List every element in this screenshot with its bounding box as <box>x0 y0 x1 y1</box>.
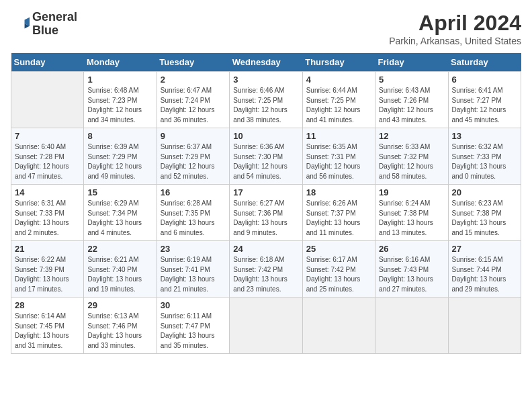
day-number: 17 <box>233 187 298 197</box>
day-number: 26 <box>379 244 444 254</box>
calendar-day-cell <box>448 298 521 354</box>
calendar-day-cell: 24Sunrise: 6:18 AM Sunset: 7:42 PM Dayli… <box>230 241 302 298</box>
day-info: Sunrise: 6:36 AM Sunset: 7:30 PM Dayligh… <box>233 142 298 181</box>
day-number: 16 <box>161 187 226 197</box>
logo-line2: Blue <box>32 24 77 38</box>
day-info: Sunrise: 6:24 AM Sunset: 7:38 PM Dayligh… <box>379 199 444 238</box>
day-number: 25 <box>306 244 371 254</box>
day-number: 7 <box>15 131 80 141</box>
day-info: Sunrise: 6:44 AM Sunset: 7:25 PM Dayligh… <box>306 86 371 125</box>
calendar-day-cell: 2Sunrise: 6:47 AM Sunset: 7:24 PM Daylig… <box>157 72 229 128</box>
calendar-week-row: 7Sunrise: 6:40 AM Sunset: 7:28 PM Daylig… <box>11 128 521 185</box>
calendar-day-cell: 20Sunrise: 6:23 AM Sunset: 7:38 PM Dayli… <box>448 185 521 241</box>
day-number: 12 <box>379 131 444 141</box>
calendar-day-cell <box>230 298 302 354</box>
calendar-day-cell: 7Sunrise: 6:40 AM Sunset: 7:28 PM Daylig… <box>11 128 84 185</box>
calendar-day-cell: 18Sunrise: 6:26 AM Sunset: 7:37 PM Dayli… <box>302 185 375 241</box>
day-info: Sunrise: 6:47 AM Sunset: 7:24 PM Dayligh… <box>161 86 226 125</box>
day-number: 3 <box>233 75 298 85</box>
day-number: 5 <box>379 75 444 85</box>
logo-text: General Blue <box>32 11 77 38</box>
calendar-week-row: 28Sunrise: 6:14 AM Sunset: 7:45 PM Dayli… <box>11 298 521 354</box>
calendar-day-cell: 12Sunrise: 6:33 AM Sunset: 7:32 PM Dayli… <box>375 128 448 185</box>
day-info: Sunrise: 6:23 AM Sunset: 7:38 PM Dayligh… <box>452 199 517 238</box>
calendar-day-cell <box>11 72 84 128</box>
day-number: 20 <box>452 187 517 197</box>
calendar-week-row: 14Sunrise: 6:31 AM Sunset: 7:33 PM Dayli… <box>11 185 521 241</box>
day-info: Sunrise: 6:28 AM Sunset: 7:35 PM Dayligh… <box>161 199 226 238</box>
calendar-day-cell: 21Sunrise: 6:22 AM Sunset: 7:39 PM Dayli… <box>11 241 84 298</box>
day-info: Sunrise: 6:26 AM Sunset: 7:37 PM Dayligh… <box>306 199 371 238</box>
calendar-day-cell: 4Sunrise: 6:44 AM Sunset: 7:25 PM Daylig… <box>302 72 375 128</box>
day-number: 13 <box>452 131 517 141</box>
day-info: Sunrise: 6:46 AM Sunset: 7:25 PM Dayligh… <box>233 86 298 125</box>
day-number: 4 <box>306 75 371 85</box>
location: Parkin, Arkansas, United States <box>389 36 521 46</box>
logo-icon <box>11 15 30 34</box>
calendar-day-cell: 25Sunrise: 6:17 AM Sunset: 7:42 PM Dayli… <box>302 241 375 298</box>
calendar-day-cell: 15Sunrise: 6:29 AM Sunset: 7:34 PM Dayli… <box>84 185 157 241</box>
day-number: 9 <box>161 131 226 141</box>
calendar-week-row: 1Sunrise: 6:48 AM Sunset: 7:23 PM Daylig… <box>11 72 521 128</box>
day-info: Sunrise: 6:19 AM Sunset: 7:41 PM Dayligh… <box>161 255 226 294</box>
weekday-header: Saturday <box>448 53 521 72</box>
day-info: Sunrise: 6:16 AM Sunset: 7:43 PM Dayligh… <box>379 255 444 294</box>
calendar-day-cell: 11Sunrise: 6:35 AM Sunset: 7:31 PM Dayli… <box>302 128 375 185</box>
calendar-day-cell <box>375 298 448 354</box>
day-number: 30 <box>161 300 226 310</box>
day-number: 6 <box>452 75 517 85</box>
day-number: 21 <box>15 244 80 254</box>
day-info: Sunrise: 6:43 AM Sunset: 7:26 PM Dayligh… <box>379 86 444 125</box>
calendar-day-cell: 19Sunrise: 6:24 AM Sunset: 7:38 PM Dayli… <box>375 185 448 241</box>
calendar-day-cell: 23Sunrise: 6:19 AM Sunset: 7:41 PM Dayli… <box>157 241 229 298</box>
day-info: Sunrise: 6:27 AM Sunset: 7:36 PM Dayligh… <box>233 199 298 238</box>
day-info: Sunrise: 6:13 AM Sunset: 7:46 PM Dayligh… <box>87 312 152 351</box>
day-number: 14 <box>15 187 80 197</box>
calendar-body: 1Sunrise: 6:48 AM Sunset: 7:23 PM Daylig… <box>11 72 521 354</box>
calendar-day-cell: 5Sunrise: 6:43 AM Sunset: 7:26 PM Daylig… <box>375 72 448 128</box>
weekday-header: Tuesday <box>157 53 229 72</box>
day-number: 24 <box>233 244 298 254</box>
calendar-table: SundayMondayTuesdayWednesdayThursdayFrid… <box>11 53 521 354</box>
day-number: 10 <box>233 131 298 141</box>
weekday-header: Thursday <box>302 53 375 72</box>
day-info: Sunrise: 6:41 AM Sunset: 7:27 PM Dayligh… <box>452 86 517 125</box>
calendar-week-row: 21Sunrise: 6:22 AM Sunset: 7:39 PM Dayli… <box>11 241 521 298</box>
day-info: Sunrise: 6:37 AM Sunset: 7:29 PM Dayligh… <box>161 142 226 181</box>
calendar-day-cell: 14Sunrise: 6:31 AM Sunset: 7:33 PM Dayli… <box>11 185 84 241</box>
day-info: Sunrise: 6:39 AM Sunset: 7:29 PM Dayligh… <box>87 142 152 181</box>
weekday-header: Monday <box>84 53 157 72</box>
day-number: 19 <box>379 187 444 197</box>
logo-line1: General <box>32 11 77 24</box>
calendar-day-cell: 13Sunrise: 6:32 AM Sunset: 7:33 PM Dayli… <box>448 128 521 185</box>
day-info: Sunrise: 6:15 AM Sunset: 7:44 PM Dayligh… <box>452 255 517 294</box>
day-info: Sunrise: 6:29 AM Sunset: 7:34 PM Dayligh… <box>87 199 152 238</box>
month-title: April 2024 <box>389 11 521 36</box>
day-info: Sunrise: 6:31 AM Sunset: 7:33 PM Dayligh… <box>15 199 80 238</box>
day-info: Sunrise: 6:17 AM Sunset: 7:42 PM Dayligh… <box>306 255 371 294</box>
weekday-row: SundayMondayTuesdayWednesdayThursdayFrid… <box>11 53 521 72</box>
calendar-day-cell: 1Sunrise: 6:48 AM Sunset: 7:23 PM Daylig… <box>84 72 157 128</box>
calendar-day-cell: 30Sunrise: 6:11 AM Sunset: 7:47 PM Dayli… <box>157 298 229 354</box>
calendar-day-cell: 29Sunrise: 6:13 AM Sunset: 7:46 PM Dayli… <box>84 298 157 354</box>
day-info: Sunrise: 6:18 AM Sunset: 7:42 PM Dayligh… <box>233 255 298 294</box>
day-number: 22 <box>87 244 152 254</box>
day-info: Sunrise: 6:22 AM Sunset: 7:39 PM Dayligh… <box>15 255 80 294</box>
calendar-day-cell: 10Sunrise: 6:36 AM Sunset: 7:30 PM Dayli… <box>230 128 302 185</box>
day-info: Sunrise: 6:33 AM Sunset: 7:32 PM Dayligh… <box>379 142 444 181</box>
calendar-day-cell: 8Sunrise: 6:39 AM Sunset: 7:29 PM Daylig… <box>84 128 157 185</box>
calendar-day-cell <box>302 298 375 354</box>
day-number: 29 <box>87 300 152 310</box>
calendar-day-cell: 26Sunrise: 6:16 AM Sunset: 7:43 PM Dayli… <box>375 241 448 298</box>
day-number: 23 <box>161 244 226 254</box>
logo: General Blue <box>11 11 77 38</box>
calendar-day-cell: 22Sunrise: 6:21 AM Sunset: 7:40 PM Dayli… <box>84 241 157 298</box>
page-header: General Blue April 2024 Parkin, Arkansas… <box>11 11 521 46</box>
day-number: 11 <box>306 131 371 141</box>
weekday-header: Friday <box>375 53 448 72</box>
calendar-header: SundayMondayTuesdayWednesdayThursdayFrid… <box>11 53 521 72</box>
day-info: Sunrise: 6:48 AM Sunset: 7:23 PM Dayligh… <box>87 86 152 125</box>
day-number: 15 <box>87 187 152 197</box>
calendar-day-cell: 3Sunrise: 6:46 AM Sunset: 7:25 PM Daylig… <box>230 72 302 128</box>
day-info: Sunrise: 6:32 AM Sunset: 7:33 PM Dayligh… <box>452 142 517 181</box>
